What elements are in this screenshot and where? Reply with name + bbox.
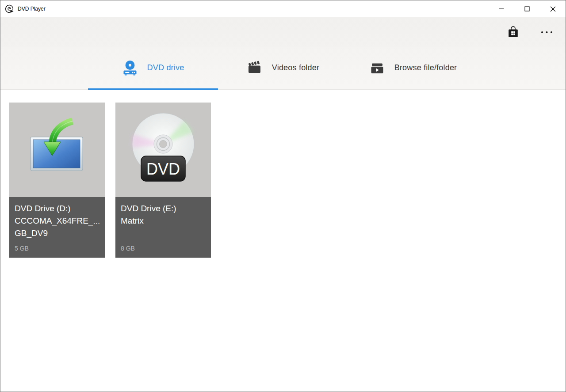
tile-thumbnail <box>9 103 105 197</box>
app-icon <box>4 4 14 14</box>
maximize-button[interactable] <box>514 0 540 17</box>
tile-title-line: Matrix <box>121 215 206 227</box>
dvd-player-window: DVD Player <box>0 0 566 392</box>
dvd-disc-icon: DVD <box>128 112 199 187</box>
tile-dvd-drive-d[interactable]: DVD Drive (D:) CCCOMA_X64FRE_... GB_DV9 … <box>9 103 105 258</box>
tile-size: 5 GB <box>15 245 99 252</box>
dvd-drive-icon <box>122 60 138 76</box>
tile-caption: DVD Drive (E:) Matrix 8 GB <box>115 197 211 258</box>
tile-title-line: CCCOMA_X64FRE_... <box>15 215 99 227</box>
window-controls <box>489 0 566 17</box>
tile-dvd-drive-e[interactable]: DVD DVD Drive (E:) Matrix 8 GB <box>115 103 211 258</box>
tile-title-line: DVD Drive (E:) <box>121 202 206 215</box>
tab-browse-file-folder[interactable]: Browse file/folder <box>348 47 478 89</box>
tab-label: DVD drive <box>147 63 184 72</box>
svg-text:DVD: DVD <box>146 160 180 178</box>
microsoft-store-bag-icon <box>507 26 519 38</box>
see-more-button[interactable] <box>537 23 556 42</box>
window-title: DVD Player <box>18 6 46 12</box>
minimize-button[interactable] <box>489 0 514 17</box>
media-grid: DVD Drive (D:) CCCOMA_X64FRE_... GB_DV9 … <box>0 90 566 392</box>
tab-strip: DVD drive Videos folder <box>0 47 566 90</box>
tile-thumbnail: DVD <box>115 103 211 197</box>
tile-title-line: GB_DV9 <box>15 227 99 240</box>
tile-caption: DVD Drive (D:) CCCOMA_X64FRE_... GB_DV9 … <box>9 197 105 258</box>
store-button[interactable] <box>504 23 522 42</box>
minimize-icon <box>499 6 504 11</box>
install-media-icon <box>24 118 90 171</box>
close-button[interactable] <box>540 0 566 17</box>
close-icon <box>550 6 556 12</box>
tab-label: Browse file/folder <box>394 63 457 72</box>
tab-dvd-drive[interactable]: DVD drive <box>88 47 218 89</box>
toolbar <box>0 17 566 47</box>
tab-videos-folder[interactable]: Videos folder <box>218 47 348 89</box>
ellipsis-icon <box>541 31 553 34</box>
tile-size: 8 GB <box>121 245 206 252</box>
folder-play-icon <box>369 61 385 76</box>
active-tab-underline <box>88 88 218 90</box>
clapperboard-icon <box>247 60 263 76</box>
tile-title-line: DVD Drive (D:) <box>15 202 99 215</box>
maximize-icon <box>524 6 530 11</box>
titlebar: DVD Player <box>0 0 566 17</box>
tab-label: Videos folder <box>272 63 319 72</box>
